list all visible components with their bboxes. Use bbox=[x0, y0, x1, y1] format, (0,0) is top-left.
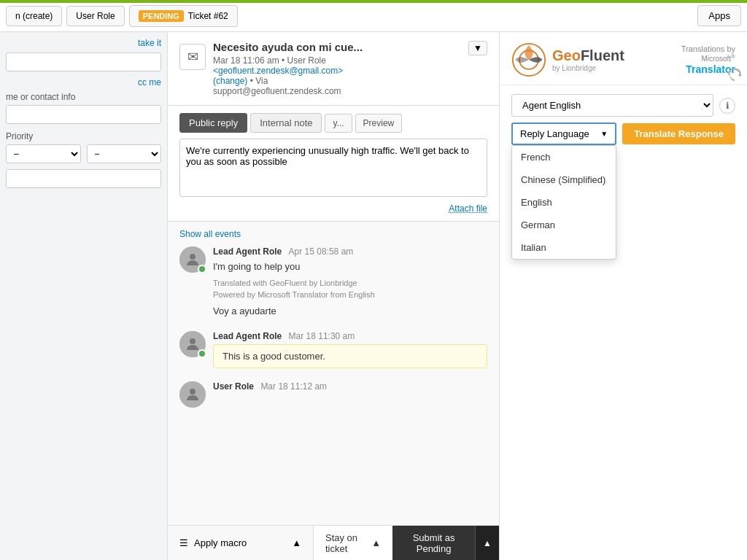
center-content: ✉ Necesito ayuda con mi cue... Mar 18 11… bbox=[168, 32, 499, 560]
svg-point-1 bbox=[190, 338, 196, 344]
submit-button-group: Submit as Pending ▲ bbox=[392, 526, 499, 560]
reply-language-dropdown-container: Reply Language ▼ French Chinese (Simplif… bbox=[511, 122, 616, 145]
event-body-3: User Role Mar 18 11:12 am bbox=[213, 381, 487, 408]
event-item-2: Lead Agent Role Mar 18 11:30 am This is … bbox=[179, 331, 487, 368]
contact-input[interactable] bbox=[6, 105, 161, 124]
refresh-icon[interactable] bbox=[728, 69, 741, 84]
event-voy-1: Voy a ayudarte bbox=[213, 304, 487, 319]
stay-ticket-arrow: ▲ bbox=[371, 537, 381, 548]
avatar-1 bbox=[179, 246, 206, 273]
sidebar-extra-input[interactable] bbox=[6, 169, 161, 188]
tab-user-role[interactable]: User Role bbox=[66, 6, 124, 26]
event-translated-1: Translated with GeoFluent by Lionbridge … bbox=[213, 277, 487, 301]
assignee-input[interactable] bbox=[6, 52, 161, 71]
attach-file-link[interactable]: Attach file bbox=[179, 203, 487, 214]
event-body-1: Lead Agent Role Apr 15 08:58 am I'm goin… bbox=[213, 246, 487, 318]
contact-label: me or contact info bbox=[6, 92, 161, 102]
email-link[interactable]: <geofluent.zendesk@gmail.com> bbox=[213, 66, 343, 76]
apply-macro-arrow: ▲ bbox=[292, 537, 301, 548]
submit-dropdown-arrow[interactable]: ▲ bbox=[475, 526, 499, 560]
submit-pending-button[interactable]: Submit as Pending bbox=[392, 526, 475, 560]
agent-language-row: Agent English ℹ bbox=[511, 94, 735, 117]
geofluent-logo: GeoFluent by Lionbridge bbox=[511, 42, 624, 77]
priority-label: Priority bbox=[6, 131, 161, 141]
priority-select[interactable]: – bbox=[6, 144, 81, 163]
apps-button[interactable]: Apps bbox=[697, 5, 741, 26]
logo-text: GeoFluent by Lionbridge bbox=[552, 47, 624, 72]
event-header-3: User Role Mar 18 11:12 am bbox=[213, 381, 487, 392]
preview-tab[interactable]: Preview bbox=[355, 114, 403, 133]
svg-point-2 bbox=[190, 389, 196, 394]
lang-option-german[interactable]: German bbox=[512, 214, 616, 236]
event-body-2: Lead Agent Role Mar 18 11:30 am This is … bbox=[213, 331, 487, 368]
show-all-events-link[interactable]: Show all events bbox=[179, 229, 487, 239]
reply-textarea[interactable]: We're currently experiencing unusually h… bbox=[179, 139, 487, 197]
cc-me-link[interactable]: cc me bbox=[6, 77, 161, 88]
mail-icon: ✉ bbox=[179, 44, 206, 70]
tab-y[interactable]: y... bbox=[325, 114, 352, 133]
avatar-2 bbox=[179, 331, 206, 357]
bottom-bar: ☰ Apply macro ▲ Stay on ticket ▲ Submit … bbox=[168, 525, 499, 560]
take-it-link[interactable]: take it bbox=[6, 38, 161, 48]
info-icon[interactable]: ℹ bbox=[719, 98, 735, 114]
event-header-1: Lead Agent Role Apr 15 08:58 am bbox=[213, 246, 487, 257]
lang-option-english[interactable]: English bbox=[512, 191, 616, 214]
event-item-1: Lead Agent Role Apr 15 08:58 am I'm goin… bbox=[179, 246, 487, 318]
agent-language-select[interactable]: Agent English bbox=[511, 94, 713, 117]
geofluent-header: GeoFluent by Lionbridge Translations by … bbox=[500, 32, 747, 85]
change-link[interactable]: (change) bbox=[213, 76, 247, 86]
event-header-2: Lead Agent Role Mar 18 11:30 am bbox=[213, 331, 487, 341]
apply-macro-label: Apply macro bbox=[194, 537, 247, 548]
lang-option-chinese[interactable]: Chinese (Simplified) bbox=[512, 168, 616, 191]
translator-brand: Translations by Microsoft® Translator bbox=[681, 44, 735, 74]
priority-select2[interactable]: – bbox=[87, 144, 162, 163]
ticket-subject: Necesito ayuda con mi cue... bbox=[213, 41, 461, 53]
ticket-meta: Mar 18 11:06 am • User Role <geofluent.z… bbox=[213, 55, 461, 96]
events-area: Show all events Lead Agent Role Apr 15 0… bbox=[168, 222, 499, 525]
online-indicator-1 bbox=[198, 265, 206, 273]
reply-language-select[interactable]: Reply Language ▼ bbox=[511, 122, 616, 145]
top-bar: n (create) User Role PENDING Ticket #62 … bbox=[0, 0, 747, 32]
public-reply-tab[interactable]: Public reply bbox=[179, 113, 247, 133]
tab-ticket[interactable]: PENDING Ticket #62 bbox=[129, 5, 238, 27]
avatar-img-3 bbox=[179, 381, 206, 408]
geofluent-panel: GeoFluent by Lionbridge Translations by … bbox=[499, 32, 747, 560]
priority-row: – – bbox=[6, 144, 161, 163]
svg-point-0 bbox=[190, 254, 196, 260]
lang-option-french[interactable]: French bbox=[512, 146, 616, 168]
stay-on-ticket-button[interactable]: Stay on ticket ▲ bbox=[314, 532, 392, 554]
pending-badge: PENDING bbox=[139, 10, 184, 22]
online-indicator-2 bbox=[198, 349, 206, 358]
apply-macro-button[interactable]: ☰ Apply macro ▲ bbox=[168, 526, 314, 560]
internal-note-tab[interactable]: Internal note bbox=[250, 113, 322, 133]
reply-language-dropdown: French Chinese (Simplified) English Germ… bbox=[511, 145, 616, 260]
event-note-2: This is a good customer. bbox=[213, 344, 487, 368]
event-text-1: I'm going to help you bbox=[213, 260, 487, 274]
geofluent-controls: Agent English ℹ Reply Language ▼ French … bbox=[500, 85, 747, 160]
main-layout: take it cc me me or contact info Priorit… bbox=[0, 32, 747, 560]
ticket-dropdown-arrow[interactable]: ▼ bbox=[468, 41, 487, 55]
list-icon: ☰ bbox=[179, 537, 188, 548]
reply-language-row: Reply Language ▼ French Chinese (Simplif… bbox=[511, 122, 735, 145]
reply-tabs: Public reply Internal note y... Preview bbox=[179, 113, 487, 133]
avatar-3 bbox=[179, 381, 206, 408]
left-sidebar: take it cc me me or contact info Priorit… bbox=[0, 32, 168, 560]
tab-create[interactable]: n (create) bbox=[6, 6, 62, 26]
event-item-3: User Role Mar 18 11:12 am bbox=[179, 381, 487, 408]
ticket-number: Ticket #62 bbox=[188, 11, 228, 21]
ticket-header: ✉ Necesito ayuda con mi cue... Mar 18 11… bbox=[168, 32, 499, 106]
reply-area: Public reply Internal note y... Preview … bbox=[168, 106, 499, 222]
lang-option-italian[interactable]: Italian bbox=[512, 236, 616, 259]
translate-response-button[interactable]: Translate Response bbox=[622, 123, 735, 144]
